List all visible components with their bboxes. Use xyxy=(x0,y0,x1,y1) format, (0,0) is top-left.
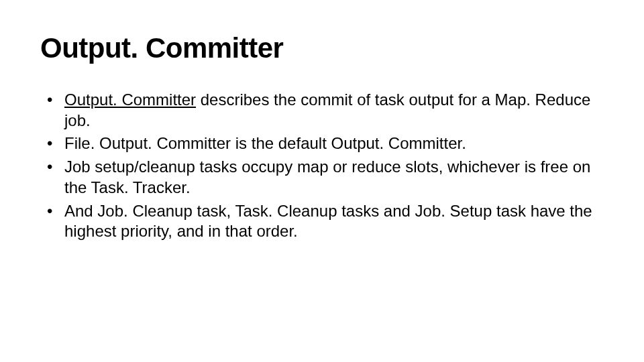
bullet-text: File. Output. Committer is the default O… xyxy=(64,134,466,152)
link-output-committer[interactable]: Output. Committer xyxy=(64,90,196,109)
list-item: File. Output. Committer is the default O… xyxy=(40,133,604,154)
slide: Output. Committer Output. Committer desc… xyxy=(0,0,644,362)
bullet-text: Job setup/cleanup tasks occupy map or re… xyxy=(64,158,590,196)
bullet-list: Output. Committer describes the commit o… xyxy=(40,90,604,242)
slide-body: Output. Committer describes the commit o… xyxy=(40,90,604,242)
list-item: Job setup/cleanup tasks occupy map or re… xyxy=(40,157,604,198)
bullet-text: And Job. Cleanup task, Task. Cleanup tas… xyxy=(64,202,592,241)
list-item: And Job. Cleanup task, Task. Cleanup tas… xyxy=(40,201,604,242)
list-item: Output. Committer describes the commit o… xyxy=(40,90,604,131)
slide-title: Output. Committer xyxy=(40,32,604,64)
